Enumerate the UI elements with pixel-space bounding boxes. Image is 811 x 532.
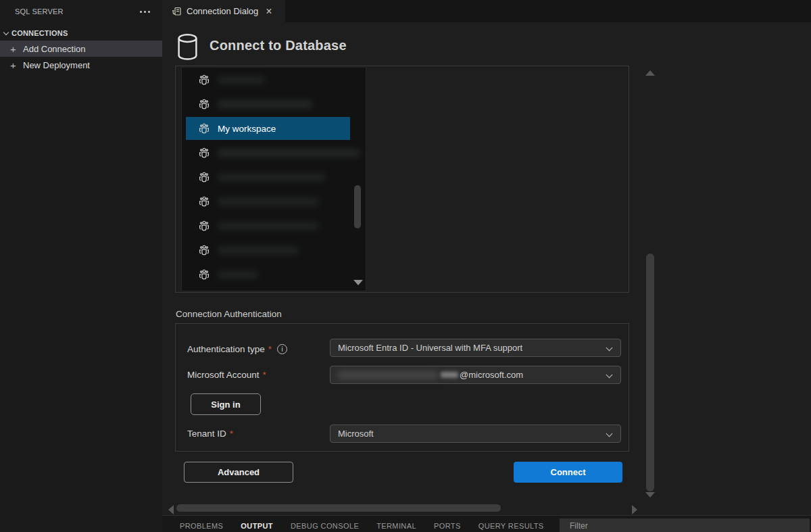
connections-section-header[interactable]: CONNECTIONS: [0, 26, 162, 41]
panel-tab-output[interactable]: OUTPUT: [241, 522, 273, 530]
tenant-label: Tenant ID *: [187, 429, 233, 439]
info-icon[interactable]: i: [277, 344, 287, 354]
workspace-list-item[interactable]: [182, 262, 366, 287]
plus-icon: +: [9, 60, 18, 70]
chevron-down-icon: [606, 372, 613, 379]
redacted-text: [218, 246, 299, 255]
close-icon[interactable]: ×: [266, 6, 272, 17]
account-value: @microsoft.com: [460, 370, 523, 380]
chevron-down-icon: [3, 29, 9, 34]
tab-bar: Connection Dialog ×: [162, 0, 811, 22]
redacted-text: [218, 197, 319, 206]
bottom-panel: PROBLEMSOUTPUTDEBUG CONSOLETERMINALPORTS…: [162, 515, 811, 532]
connect-button[interactable]: Connect: [514, 462, 622, 483]
workspace-list-item[interactable]: [182, 189, 366, 214]
panel-tab-terminal[interactable]: TERMINAL: [376, 522, 416, 530]
workspace-list: My workspace: [181, 67, 366, 291]
sidebar-header: SQL SERVER: [0, 0, 162, 23]
panel-tab-query-results[interactable]: QUERY RESULTS: [478, 522, 544, 530]
scroll-down-icon[interactable]: [645, 492, 655, 498]
team-icon: [198, 147, 210, 159]
workspace-list-item[interactable]: [182, 68, 366, 92]
horizontal-scrollbar-thumb[interactable]: [176, 504, 501, 512]
required-marker: *: [230, 429, 233, 439]
authentication-panel: Authentication type * i Microsoft Entra …: [175, 323, 629, 452]
panel-tab-debug-console[interactable]: DEBUG CONSOLE: [291, 522, 359, 530]
vscode-window: SQL SERVER CONNECTIONS + Add Connection …: [0, 0, 811, 532]
sidebar: SQL SERVER CONNECTIONS + Add Connection …: [0, 0, 162, 532]
sidebar-item-new-deployment[interactable]: + New Deployment: [0, 57, 162, 73]
auth-type-value: Microsoft Entra ID - Universal with MFA …: [338, 343, 522, 353]
redacted-text: [218, 76, 265, 84]
team-icon: [198, 74, 210, 86]
workspace-list-item[interactable]: [182, 165, 366, 189]
team-icon: [198, 171, 210, 183]
team-icon: [198, 98, 210, 110]
connection-dialog-icon: [171, 6, 182, 17]
scroll-right-icon[interactable]: [632, 505, 637, 514]
chevron-down-icon: [606, 345, 613, 352]
panel-tab-problems[interactable]: PROBLEMS: [180, 522, 223, 530]
redacted-text: [218, 100, 312, 109]
team-icon: [198, 195, 210, 208]
redacted-text: [218, 222, 319, 231]
auth-type-dropdown[interactable]: Microsoft Entra ID - Universal with MFA …: [330, 339, 621, 357]
workspace-browser-panel: My workspace: [175, 66, 629, 293]
scroll-left-icon[interactable]: [168, 505, 174, 514]
redacted-text: [218, 173, 326, 182]
tab-connection-dialog[interactable]: Connection Dialog ×: [162, 0, 285, 22]
sidebar-item-label: New Deployment: [23, 60, 90, 70]
auth-type-label: Authentication type * i: [187, 344, 287, 354]
tab-label: Connection Dialog: [187, 6, 258, 16]
page-title: Connect to Database: [210, 38, 347, 53]
filter-input[interactable]: [560, 518, 810, 532]
plus-icon: +: [9, 44, 18, 54]
connections-section-label: CONNECTIONS: [11, 29, 68, 37]
workspace-list-item[interactable]: [182, 238, 366, 262]
sidebar-title: SQL SERVER: [15, 7, 137, 16]
required-marker: *: [268, 344, 272, 354]
workspace-list-item[interactable]: My workspace: [186, 117, 350, 140]
sidebar-item-add-connection[interactable]: + Add Connection: [0, 41, 162, 57]
workspace-list-item[interactable]: [182, 214, 366, 238]
workspace-list-item[interactable]: [182, 92, 366, 116]
tenant-value: Microsoft: [338, 429, 374, 439]
database-icon: [176, 33, 199, 62]
redacted-text: [218, 270, 258, 279]
panel-tab-strip: PROBLEMSOUTPUTDEBUG CONSOLETERMINALPORTS…: [180, 522, 544, 530]
sign-in-button[interactable]: Sign in: [191, 393, 261, 415]
section-title: Connection Authentication: [176, 309, 282, 319]
team-icon: [198, 220, 210, 232]
advanced-button[interactable]: Advanced: [184, 462, 293, 483]
redacted-text: [441, 372, 458, 378]
account-label: Microsoft Account *: [187, 370, 266, 380]
account-dropdown[interactable]: @microsoft.com: [330, 366, 621, 384]
chevron-down-icon: [606, 431, 613, 437]
sidebar-item-label: Add Connection: [23, 44, 86, 54]
connection-dialog-webview: Connect to Database: [162, 22, 811, 532]
more-actions-icon[interactable]: [137, 8, 153, 16]
team-icon: [198, 244, 210, 256]
team-icon: [198, 268, 210, 281]
panel-tab-ports[interactable]: PORTS: [434, 522, 461, 530]
workspace-label: My workspace: [218, 124, 276, 134]
list-scrollbar-thumb[interactable]: [354, 185, 361, 228]
scroll-up-icon[interactable]: [645, 70, 655, 76]
vertical-scrollbar-thumb[interactable]: [646, 253, 654, 491]
workspace-list-item[interactable]: [182, 141, 366, 165]
tenant-dropdown[interactable]: Microsoft: [330, 425, 621, 443]
team-icon: [198, 122, 210, 135]
required-marker: *: [263, 370, 266, 380]
list-scroll-down-icon[interactable]: [353, 280, 363, 285]
redacted-text: [218, 149, 360, 158]
redacted-text: [338, 371, 438, 379]
